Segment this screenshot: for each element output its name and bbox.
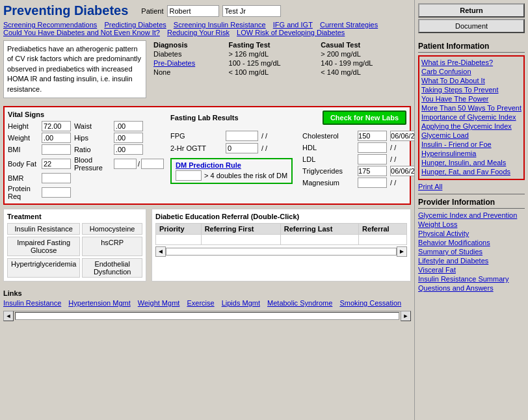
provider-link-glycemic[interactable]: Glycemic Index and Prevention [418,211,525,219]
ogtt-input[interactable] [226,143,258,153]
check-labs-button[interactable]: Check for New Labs [323,111,406,125]
link-metabolic-syndrome[interactable]: Metabolic Syndrome [267,299,332,307]
magnesium-label: Magnesium [302,179,354,187]
right-link-power[interactable]: You Have The Power [421,95,521,103]
divider [418,194,525,194]
bp-diastolic-input[interactable] [141,159,164,169]
nav-ifg-igt[interactable]: IFG and IGT [273,21,313,29]
weight-label: Weight [8,134,38,142]
patient-first-input[interactable] [167,5,219,17]
page-title: Preventing Diabetes [3,3,128,18]
provider-link-studies[interactable]: Summary of Studies [418,248,525,256]
bmr-input[interactable] [42,173,71,183]
fasting-row-1: > 126 mg/dL [227,49,319,59]
right-link-taking-steps[interactable]: Taking Steps To Prevent [421,86,521,94]
provider-link-ir-summary[interactable]: Insulin Resistance Summary [418,275,525,283]
ldl-label: LDL [302,155,354,163]
bmi-label: BMI [8,146,38,153]
right-link-hyperinsulinemia[interactable]: Hyperinsulinemia [421,150,521,157]
ogtt-label: 2-Hr OGTT [170,144,222,152]
right-link-hunger-fat[interactable]: Hunger, Fat, and Fav Foods [421,168,521,176]
right-link-what-to-do[interactable]: What To Do About It [421,77,521,85]
body-fat-input[interactable] [42,159,71,169]
right-link-insulin-friend[interactable]: Insulin - Friend or Foe [421,140,521,148]
referral-prev-btn[interactable]: ◄ [155,246,166,257]
nav-predicting-diabetes[interactable]: Predicting Diabetes [104,21,166,29]
protein-req-input[interactable] [42,187,71,198]
dm-rule-text: > 4 doubles the risk of DM [204,172,287,179]
pre-diabetes-link[interactable]: Pre-Diabetes [153,59,195,67]
patient-label: Patient [141,7,163,15]
referral-scrollbar[interactable] [166,248,397,256]
print-all-link[interactable]: Print All [418,183,525,190]
diag-row-3: None [152,68,227,77]
fasting-row-3: < 100 mg/dL [227,68,319,77]
ldl-date: / / [390,155,396,163]
provider-link-behavior[interactable]: Behavior Modifications [418,239,525,246]
dm-prediction-link[interactable]: DM Prediction Rule [176,161,241,169]
right-link-prediabetes[interactable]: What is Pre-Diabetes? [421,59,521,66]
treatment-item-4: Hypertriglyceridemia [7,258,80,278]
right-link-hunger-insulin[interactable]: Hunger, Insulin, and Meals [421,159,521,166]
document-button[interactable]: Document [418,19,525,33]
fpg-label: FPG [170,132,222,140]
provider-link-visceral[interactable]: Visceral Fat [418,266,525,274]
casual-row-3: < 140 mg/dL [319,68,411,77]
link-smoking-cessation[interactable]: Smoking Cessation [339,299,401,307]
fpg-input[interactable] [226,131,258,141]
bmi-input[interactable] [42,144,71,155]
bp-label: Blood Pressure [74,156,111,172]
provider-link-weight-loss[interactable]: Weight Loss [418,220,525,228]
return-button[interactable]: Return [418,3,525,18]
link-exercise[interactable]: Exercise [187,299,214,307]
nav-reducing-risk[interactable]: Reducing Your Risk [167,29,230,36]
triglycerides-label: Triglycerides [302,167,354,175]
scroll-left-btn[interactable]: ◄ [3,311,14,321]
provider-link-lifestyle[interactable]: Lifestyle and Diabetes [418,257,525,265]
triglycerides-input[interactable] [358,166,387,176]
mag-date: / / [390,179,396,187]
nav-could-you-have[interactable]: Could You Have Diabetes and Not Even Kno… [3,29,160,36]
right-link-carb-confusion[interactable]: Carb Confusion [421,68,521,75]
magnesium-input[interactable] [358,177,387,188]
nav-low-risk[interactable]: LOW Risk of Developing Diabetes [237,29,345,36]
hdl-date: / / [390,144,396,151]
link-weight-mgmt[interactable]: Weight Mgmt [138,299,180,307]
weight-input[interactable] [42,133,71,143]
patient-info-title: Patient Information [418,42,525,53]
protein-req-label: Protein Req [8,185,38,200]
nav-screening-insulin[interactable]: Screening Insulin Resistance [174,21,266,29]
hips-label: Hips [74,134,111,142]
bp-systolic-input[interactable] [114,159,137,169]
link-insulin-resistance[interactable]: Insulin Resistance [3,299,61,307]
patient-last-input[interactable] [222,5,281,17]
provider-info-title: Provider Information [418,198,525,209]
nav-screening-recommendations[interactable]: Screening Recommendations [3,21,97,29]
links-title: Links [3,289,411,297]
fasting-row-2: 100 - 125 mg/dL [227,59,319,68]
treatment-item-0: Insulin Resistance [7,223,80,235]
scroll-right-btn[interactable]: ► [401,311,411,321]
link-lipids-mgmt[interactable]: Lipids Mgmt [222,299,260,307]
fasting-labs-title: Fasting Lab Results [170,114,239,122]
right-link-glycemic-load[interactable]: Glycemic Load [421,131,521,139]
ldl-input[interactable] [358,154,387,164]
diag-col-header: Diagnosis [152,40,227,49]
cholesterol-input[interactable] [358,131,387,141]
nav-current-strategies[interactable]: Current Strategies [320,21,378,29]
hdl-input[interactable] [358,142,387,153]
provider-link-qa[interactable]: Questions and Answers [418,284,525,292]
horizontal-scrollbar[interactable] [15,312,399,320]
ratio-input[interactable] [114,144,143,155]
fasting-col-header: Fasting Test [227,40,319,49]
right-link-glycemic-importance[interactable]: Importance of Glycemic Index [421,113,521,121]
waist-input[interactable] [114,121,143,131]
height-input[interactable] [42,121,71,131]
referral-next-btn[interactable]: ► [397,246,407,257]
link-hypertension-mgmt[interactable]: Hypertension Mgmt [68,299,130,307]
right-link-50-ways[interactable]: More Than 50 Ways To Prevent [421,104,521,112]
dm-rule-input[interactable] [176,170,202,181]
provider-link-physical[interactable]: Physical Activity [418,230,525,237]
hips-input[interactable] [114,133,143,143]
right-link-applying-glycemic[interactable]: Applying the Glycemic Index [421,122,521,130]
